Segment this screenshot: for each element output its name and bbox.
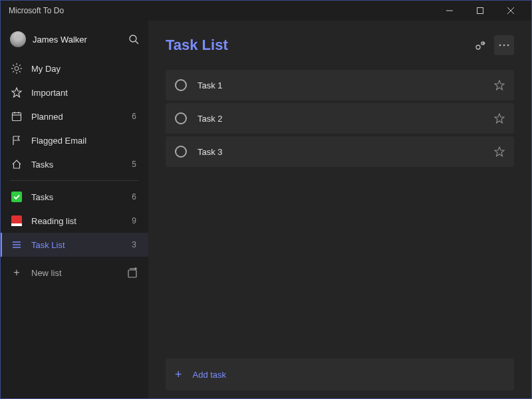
sidebar-item-flagged-email[interactable]: Flagged Email bbox=[1, 128, 148, 152]
complete-circle-icon[interactable] bbox=[175, 146, 187, 158]
star-icon bbox=[10, 86, 23, 99]
svg-point-32 bbox=[503, 45, 505, 47]
task-row[interactable]: Task 3 bbox=[166, 136, 514, 167]
sidebar-list-tasklist[interactable]: Task List 3 bbox=[1, 233, 148, 257]
titlebar: Microsoft To Do bbox=[1, 1, 531, 21]
profile-row[interactable]: James Walker bbox=[1, 26, 148, 57]
list-title: Task List bbox=[166, 37, 466, 54]
more-options-button[interactable] bbox=[494, 35, 514, 55]
star-outline-icon[interactable] bbox=[494, 80, 505, 90]
add-task-button[interactable]: + Add task bbox=[166, 358, 514, 390]
sidebar-divider bbox=[10, 180, 139, 181]
svg-rect-1 bbox=[477, 8, 483, 14]
task-title: Task 1 bbox=[198, 80, 494, 90]
svg-point-31 bbox=[499, 45, 501, 47]
list-icon bbox=[10, 238, 23, 251]
svg-rect-16 bbox=[13, 113, 21, 121]
svg-marker-15 bbox=[12, 88, 21, 97]
user-lists: Tasks 6 Reading list 9 Task List 3 bbox=[1, 185, 148, 257]
task-row[interactable]: Task 2 bbox=[166, 103, 514, 134]
checkbox-green-icon bbox=[10, 190, 23, 203]
svg-point-4 bbox=[130, 35, 136, 42]
complete-circle-icon[interactable] bbox=[175, 112, 187, 124]
home-icon bbox=[10, 158, 23, 171]
star-outline-icon[interactable] bbox=[494, 146, 505, 157]
new-group-icon[interactable] bbox=[127, 267, 139, 279]
share-button[interactable] bbox=[470, 35, 490, 55]
svg-line-13 bbox=[19, 65, 21, 66]
titlebar-title: Microsoft To Do bbox=[6, 6, 434, 15]
main: James Walker My Day Important Planned 6 bbox=[1, 21, 531, 399]
task-title: Task 3 bbox=[198, 147, 494, 157]
sidebar: James Walker My Day Important Planned 6 bbox=[1, 21, 148, 399]
minimize-button[interactable] bbox=[434, 1, 465, 21]
svg-line-12 bbox=[19, 71, 21, 72]
sidebar-item-tasks[interactable]: Tasks 5 bbox=[1, 152, 148, 176]
sidebar-list-reading[interactable]: Reading list 9 bbox=[1, 209, 148, 233]
add-task-label: Add task bbox=[193, 370, 227, 380]
close-button[interactable] bbox=[495, 1, 526, 21]
sidebar-item-my-day[interactable]: My Day bbox=[1, 57, 148, 80]
content: Task List Task 1 Task 2 Task 3 bbox=[148, 21, 531, 399]
username: James Walker bbox=[33, 35, 128, 45]
task-row[interactable]: Task 1 bbox=[166, 70, 514, 100]
search-icon[interactable] bbox=[128, 34, 139, 45]
sidebar-item-important[interactable]: Important bbox=[1, 80, 148, 104]
svg-marker-35 bbox=[495, 114, 504, 123]
plus-icon: + bbox=[175, 368, 182, 382]
star-outline-icon[interactable] bbox=[494, 113, 505, 124]
plus-icon: + bbox=[10, 267, 23, 279]
svg-point-33 bbox=[507, 45, 509, 47]
new-list-button[interactable]: + New list bbox=[1, 259, 148, 286]
calendar-icon bbox=[10, 110, 23, 123]
svg-line-11 bbox=[13, 65, 14, 66]
avatar bbox=[10, 31, 26, 47]
sidebar-list-tasks[interactable]: Tasks 6 bbox=[1, 185, 148, 209]
content-header: Task List bbox=[166, 35, 514, 55]
complete-circle-icon[interactable] bbox=[175, 79, 187, 91]
flag-icon bbox=[10, 134, 23, 147]
svg-marker-36 bbox=[495, 147, 504, 156]
svg-point-27 bbox=[476, 45, 480, 49]
svg-marker-34 bbox=[495, 80, 504, 90]
svg-line-14 bbox=[13, 71, 14, 72]
svg-rect-23 bbox=[128, 270, 136, 277]
maximize-button[interactable] bbox=[465, 1, 495, 21]
svg-point-6 bbox=[15, 66, 19, 70]
task-list: Task 1 Task 2 Task 3 bbox=[166, 70, 514, 352]
smart-lists: My Day Important Planned 6 Flagged Email bbox=[1, 57, 148, 176]
sun-icon bbox=[10, 62, 23, 75]
task-title: Task 2 bbox=[198, 114, 494, 124]
sidebar-item-planned[interactable]: Planned 6 bbox=[1, 104, 148, 128]
book-red-icon bbox=[10, 214, 23, 227]
svg-line-5 bbox=[136, 41, 138, 44]
